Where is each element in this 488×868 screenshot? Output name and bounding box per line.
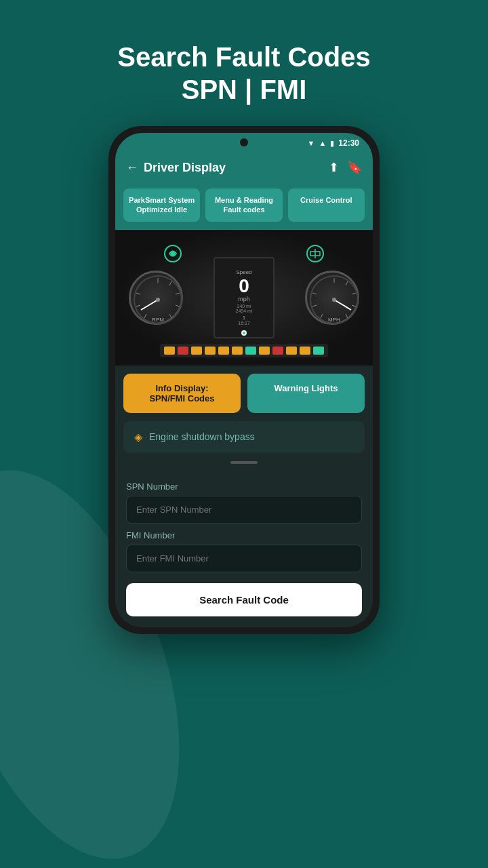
display-tabs: Info Display: SPN/FMI Codes Warning Ligh…: [115, 366, 373, 421]
svg-line-19: [352, 293, 356, 294]
dashboard-display: RPM: [115, 230, 373, 366]
odometer1: 240 mi: [237, 304, 251, 309]
gear-display: 1: [243, 315, 245, 321]
warning-icon-8: [259, 347, 270, 355]
battery-icon: ▮: [330, 139, 334, 148]
annotation-dot: [241, 330, 247, 336]
warning-icon-6: [232, 347, 243, 355]
svg-line-5: [169, 314, 171, 318]
phone-mockup: ▼ ▲ ▮ 12:30 ← Driver Display ⬆ 🔖 ParkSma…: [108, 126, 380, 634]
svg-point-13: [171, 252, 175, 256]
svg-line-21: [346, 314, 348, 318]
phone-notch: [240, 138, 248, 146]
right-indicator-icon: [305, 243, 325, 268]
app-bar: ← Driver Display ⬆ 🔖: [115, 153, 373, 182]
svg-line-25: [334, 300, 351, 310]
warning-icon-1: [164, 347, 175, 355]
search-fault-code-button[interactable]: Search Fault Code: [126, 583, 362, 616]
phone-screen: ▼ ▲ ▮ 12:30 ← Driver Display ⬆ 🔖 ParkSma…: [115, 133, 373, 627]
warning-icon-2: [178, 347, 188, 355]
fmi-label: FMI Number: [126, 530, 362, 540]
tab-warning-lights[interactable]: Warning Lights: [247, 374, 365, 413]
fault-code-form: SPN Number FMI Number Search Fault Code: [115, 467, 373, 627]
center-display: Speed 0 mph 240 mi 2454 mi 1 16:17: [214, 257, 274, 338]
share-button[interactable]: ⬆: [329, 160, 339, 175]
svg-point-26: [332, 298, 336, 302]
svg-line-3: [176, 293, 180, 294]
svg-point-10: [156, 298, 160, 302]
engine-bypass-button[interactable]: ◈ Engine shutdown bypass: [123, 421, 365, 453]
sheet-handle: [230, 461, 258, 464]
odometer2: 2454 mi: [236, 309, 253, 313]
svg-line-7: [136, 305, 140, 307]
warning-icon-4: [205, 347, 216, 355]
header-line2: SPN | FMI: [117, 73, 370, 106]
svg-line-23: [312, 305, 317, 307]
quick-btn-parksmart[interactable]: ParkSmart System Optimized Idle: [123, 189, 200, 222]
quick-buttons-row: ParkSmart System Optimized Idle Menu & R…: [115, 182, 373, 230]
speed-unit: mph: [238, 296, 250, 302]
svg-line-24: [312, 293, 317, 294]
svg-line-8: [136, 293, 140, 294]
warning-icon-9: [272, 347, 283, 355]
svg-line-22: [321, 314, 323, 318]
spn-label: SPN Number: [126, 481, 362, 492]
warning-icon-11: [300, 347, 310, 355]
tab-spn-fmi[interactable]: Info Display: SPN/FMI Codes: [123, 374, 241, 413]
speed-value: 0: [239, 277, 249, 296]
svg-line-18: [346, 281, 348, 285]
svg-line-9: [141, 300, 158, 310]
warning-icon-12: [313, 347, 324, 355]
dash-time: 16:17: [238, 321, 250, 326]
header-line1: Search Fault Codes: [117, 41, 370, 73]
spn-input[interactable]: [126, 496, 362, 524]
warning-icon-5: [218, 347, 229, 355]
bypass-icon: ◈: [134, 431, 142, 443]
svg-text:RPM: RPM: [152, 317, 164, 323]
svg-line-4: [176, 305, 180, 307]
page-header: Search Fault Codes SPN | FMI: [90, 41, 397, 106]
left-gauge: RPM: [129, 271, 183, 325]
svg-line-2: [169, 281, 171, 285]
quick-btn-menu[interactable]: Menu & Reading Fault codes: [205, 189, 282, 222]
warning-icon-10: [286, 347, 297, 355]
warning-icons-row: [160, 344, 328, 357]
signal-icon: ▲: [319, 139, 326, 147]
svg-line-20: [352, 305, 356, 307]
bookmark-button[interactable]: 🔖: [347, 160, 362, 175]
svg-line-6: [144, 314, 146, 318]
wifi-icon: ▼: [308, 139, 315, 147]
status-time: 12:30: [338, 138, 359, 148]
right-gauge: MPH: [305, 271, 359, 325]
left-indicator-icon: [163, 243, 183, 268]
warning-icon-7: [245, 347, 256, 355]
quick-btn-cruise[interactable]: Cruise Control: [288, 189, 365, 222]
bypass-label: Engine shutdown bypass: [149, 431, 255, 442]
warning-icon-3: [191, 347, 202, 355]
app-bar-title: Driver Display: [144, 161, 226, 175]
fmi-input[interactable]: [126, 545, 362, 572]
svg-text:MPH: MPH: [328, 317, 340, 323]
back-button[interactable]: ←: [126, 161, 138, 175]
